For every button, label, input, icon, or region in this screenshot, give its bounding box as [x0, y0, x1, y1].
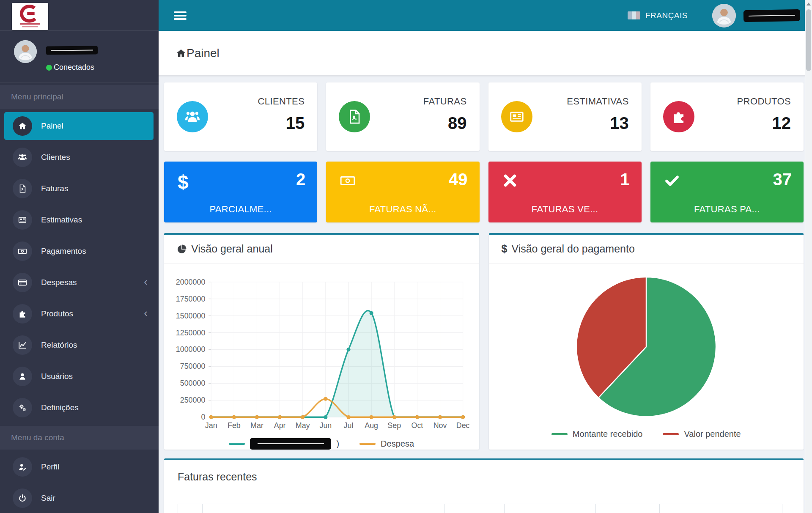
- legend-label: Valor pendente: [684, 429, 741, 439]
- main-area: FRANÇAIS Painel: [159, 0, 812, 513]
- status-label: FATURAS VE...: [488, 204, 642, 215]
- sidebar-item-label: Definições: [41, 403, 79, 412]
- sidebar-item-clientes[interactable]: Clientes: [0, 142, 159, 173]
- sidebar-item-despesas[interactable]: Despesas ‹: [0, 267, 159, 298]
- hamburger-menu-icon[interactable]: [174, 10, 187, 22]
- french-flag-icon: [628, 11, 640, 19]
- chart-pie-icon: [177, 244, 187, 254]
- person-photo: [712, 4, 736, 27]
- power-icon: [13, 488, 32, 508]
- sidebar-item-label: Sair: [41, 494, 55, 503]
- status-cards-row: $ 2 PARCIALME... 49 FATURAS NÃ... 1: [164, 162, 804, 222]
- legend-swatch: [551, 433, 568, 435]
- legend-label-redacted: [250, 438, 331, 450]
- users-icon: [13, 148, 32, 167]
- stat-card-produtos: PRODUTOS 12: [650, 82, 804, 151]
- sidebar-item-estimativas[interactable]: Estimativas: [0, 204, 159, 236]
- sidebar-item-produtos[interactable]: Produtos ‹: [0, 298, 159, 329]
- legend-swatch: [229, 443, 245, 445]
- stat-card-estimativas: ESTIMATIVAS 13: [488, 82, 642, 151]
- legend-label: Montante recebido: [573, 429, 643, 439]
- payment-overview-card: $ Visão geral do pagamento Montante rece…: [489, 233, 804, 450]
- table-header-cell: [203, 504, 281, 513]
- invoicing-dashboard: Conectados Menu principal Painel Cliente…: [0, 0, 812, 513]
- sidebar-item-faturas[interactable]: Faturas: [0, 173, 159, 204]
- newspaper-icon: [13, 210, 32, 230]
- legend-suffix: ): [336, 439, 339, 449]
- legend-item-received[interactable]: Montante recebido: [551, 429, 643, 439]
- scroll-up-icon[interactable]: [807, 3, 811, 5]
- dollar-icon: $: [178, 173, 189, 192]
- legend-item-despesa[interactable]: Despesa: [359, 439, 414, 449]
- table-header-cell: [358, 504, 444, 513]
- svg-text:250000: 250000: [180, 396, 206, 404]
- status-card-partially-paid: $ 2 PARCIALME...: [164, 162, 317, 222]
- logo-mark: [13, 3, 47, 30]
- topbar-user-name-redacted[interactable]: [743, 9, 800, 22]
- status-card-overdue: 1 FATURAS VE...: [488, 162, 642, 222]
- home-icon: [13, 116, 32, 136]
- svg-text:750000: 750000: [180, 362, 206, 370]
- charts-row: Visão geral anual 0250000500000750000100…: [164, 233, 804, 450]
- chart-line-icon: [13, 335, 32, 355]
- sidebar-item-label: Produtos: [41, 309, 73, 318]
- svg-text:1000000: 1000000: [176, 345, 206, 354]
- svg-text:500000: 500000: [180, 379, 206, 387]
- sidebar-item-perfil[interactable]: Perfil: [0, 451, 159, 483]
- credit-card-icon: [13, 273, 32, 292]
- app-logo[interactable]: [12, 3, 48, 30]
- home-icon: [176, 48, 187, 59]
- svg-text:2000000: 2000000: [176, 278, 206, 286]
- sidebar-item-pagamentos[interactable]: Pagamentos: [0, 236, 159, 267]
- svg-text:Nov: Nov: [433, 421, 447, 430]
- sidebar-item-label: Relatórios: [41, 340, 77, 350]
- sidebar-item-label: Painel: [41, 121, 63, 131]
- sidebar-item-sair[interactable]: Sair: [0, 483, 159, 513]
- panel-title-text: Visão geral do pagamento: [511, 243, 634, 255]
- sidebar-item-label: Usuários: [41, 372, 73, 381]
- sidebar-item-painel[interactable]: Painel: [4, 112, 154, 140]
- line-chart-legend: ) Despesa: [164, 438, 479, 450]
- user-icon: [13, 367, 32, 386]
- svg-text:Aug: Aug: [365, 421, 378, 430]
- annual-overview-card: Visão geral anual 0250000500000750000100…: [164, 233, 479, 450]
- recent-invoices-card: Faturas recentes: [164, 458, 804, 513]
- legend-item-pending[interactable]: Valor pendente: [663, 429, 741, 439]
- chevron-left-icon: ‹: [144, 307, 148, 318]
- money-bill-icon: [340, 173, 356, 190]
- language-selector[interactable]: FRANÇAIS: [645, 11, 688, 20]
- scrollbar-thumb[interactable]: [806, 9, 811, 71]
- dashboard-content: CLIENTES 15 FATURAS 89 ESTIMATIVAS 13: [159, 75, 812, 513]
- panel-title-text: Visão geral anual: [191, 243, 273, 255]
- legend-swatch: [359, 443, 376, 445]
- table-header-row: [178, 504, 782, 513]
- scrollbar[interactable]: [805, 0, 812, 513]
- annual-line-chart: 0250000500000750000100000012500001500000…: [164, 263, 479, 437]
- table-header-cell: [178, 504, 203, 513]
- breadcrumb: Painel: [159, 31, 812, 75]
- legend-swatch: [663, 433, 679, 435]
- payment-pie-chart: Montante recebido Valor pendente: [489, 263, 804, 439]
- user-name-redacted: [46, 46, 98, 55]
- table-header-cell: [596, 504, 660, 513]
- topbar-avatar[interactable]: [712, 4, 736, 27]
- svg-text:0: 0: [201, 413, 205, 421]
- check-icon: [664, 173, 680, 190]
- svg-text:Jun: Jun: [319, 421, 332, 430]
- sidebar-user-panel: Conectados: [0, 31, 159, 82]
- sidebar-item-label: Estimativas: [41, 215, 82, 225]
- svg-text:1500000: 1500000: [176, 312, 206, 320]
- sidebar-section-account: Menu da conta: [0, 426, 159, 450]
- sidebar-item-label: Despesas: [41, 278, 77, 287]
- legend-item-income[interactable]: ): [229, 438, 339, 450]
- svg-text:Apr: Apr: [274, 421, 286, 430]
- connection-status: Conectados: [46, 63, 98, 72]
- svg-text:May: May: [296, 421, 310, 430]
- sidebar-item-definicoes[interactable]: Definições: [0, 392, 159, 423]
- sidebar-item-label: Pagamentos: [41, 247, 86, 256]
- table-header-cell: [444, 504, 505, 513]
- sidebar-item-usuarios[interactable]: Usuários: [0, 361, 159, 392]
- user-avatar[interactable]: [14, 40, 37, 63]
- svg-text:Oct: Oct: [411, 421, 423, 430]
- sidebar-item-relatorios[interactable]: Relatórios: [0, 329, 159, 361]
